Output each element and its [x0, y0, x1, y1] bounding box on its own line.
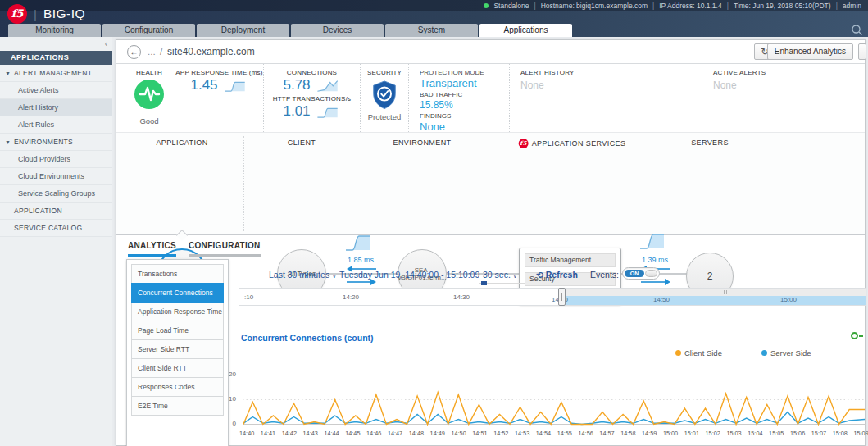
tab-applications[interactable]: Applications: [479, 24, 572, 37]
tab-devices[interactable]: Devices: [291, 24, 384, 37]
chart-plot-area[interactable]: [243, 366, 866, 427]
tab-deployment[interactable]: Deployment: [197, 24, 289, 37]
sidebar-item-alert-rules[interactable]: Alert Rules: [0, 116, 112, 134]
menu-item-transactions[interactable]: Transactions: [131, 264, 224, 284]
toggle-knob[interactable]: [645, 270, 657, 277]
x-tick-label: 14:54: [536, 430, 551, 437]
sidebar-item-service-scaling-groups[interactable]: Service Scaling Groups: [0, 185, 112, 203]
drag-grip-icon[interactable]: [724, 290, 729, 294]
sidebar-item-service-catalog[interactable]: SERVICE CATALOG: [0, 220, 112, 237]
legend-client-side[interactable]: Client Side: [675, 348, 722, 357]
y-tick-label: 10: [221, 395, 236, 403]
health-value: Good: [124, 116, 175, 125]
x-tick-label: 15:04: [748, 430, 762, 437]
status-hostname: Hostname: bigiq1cm.example.com: [541, 2, 648, 10]
legend-label-client: Client Side: [684, 348, 722, 357]
sidebar-item-label: Alert History: [18, 103, 58, 112]
tab-analytics[interactable]: ANALYTICS: [128, 241, 176, 257]
tab-configuration[interactable]: Configuration: [102, 24, 195, 37]
events-toggle[interactable]: ON: [622, 267, 660, 280]
refresh-control[interactable]: ⟲ Refresh: [536, 270, 578, 280]
sidebar-item-cloud-environments[interactable]: Cloud Environments: [0, 168, 112, 185]
menu-item-client-side-rtt[interactable]: Client Side RTT: [131, 358, 224, 378]
tab-configuration[interactable]: CONFIGURATION: [189, 241, 261, 257]
app-response-card: APP RESPONSE TIME (ms) 1.45: [175, 64, 263, 132]
sidebar-item-alert-history[interactable]: Alert History: [0, 99, 112, 116]
breadcrumb-bar: ← ... / site40.example.com ↻ ▾ Enhanced …: [116, 40, 865, 64]
health-card[interactable]: HEALTH Good: [124, 64, 175, 132]
back-button[interactable]: ←: [127, 45, 141, 59]
x-tick-label: 14:43: [303, 430, 318, 437]
sidebar-item-application-deployments[interactable]: APPLICATION DEPLOYMENTS: [0, 203, 112, 220]
timeline-selected-band[interactable]: [565, 296, 866, 305]
divider: |: [836, 2, 838, 10]
sidebar-group-alert-management[interactable]: ▼ ALERT MANAGEMENT: [0, 65, 112, 82]
tab-monitoring[interactable]: Monitoring: [8, 24, 101, 37]
user-menu[interactable]: admin: [843, 2, 861, 10]
breadcrumb-separator: /: [160, 47, 162, 57]
sidebar-collapse-icon[interactable]: ‹: [105, 40, 107, 48]
menu-item-application-response-time[interactable]: Application Response Time: [131, 302, 224, 321]
sidebar-item-label: Active Alerts: [18, 86, 59, 94]
chart-title: Concurrent Connections (count): [241, 333, 374, 343]
x-tick-label: 14:40: [239, 430, 254, 437]
search-icon[interactable]: [851, 24, 863, 36]
interval-slider[interactable]: [479, 283, 525, 284]
security-card[interactable]: SECURITY Protected: [360, 64, 408, 132]
x-tick-label: 14:45: [345, 430, 360, 437]
sidebar-item-label: Cloud Providers: [18, 155, 70, 163]
x-tick-label: 15:09: [853, 430, 868, 437]
health-pulse-icon: [134, 79, 165, 110]
timeline-tick: 14:30: [453, 294, 470, 301]
timeline-selected-range[interactable]: [565, 289, 866, 305]
slider-knob[interactable]: [481, 281, 487, 285]
date-range-label: Tuesday Jun 19, 14:40:00 - 15:10:09: [339, 270, 479, 280]
sidebar-item-active-alerts[interactable]: Active Alerts: [0, 82, 112, 99]
sidebar-group-environments[interactable]: ▼ ENVIRONMENTS: [0, 134, 112, 151]
app-response-label: APP RESPONSE TIME (ms): [175, 69, 263, 76]
x-tick-label: 14:50: [451, 430, 466, 437]
partial-button[interactable]: [858, 43, 866, 60]
timeline-brush[interactable]: :10 14:20 14:30 14:40 14:50 15:00: [239, 288, 866, 306]
tab-system[interactable]: System: [385, 24, 478, 37]
x-tick-label: 14:59: [642, 430, 657, 437]
interval-dropdown[interactable]: 30 sec.∨: [483, 270, 517, 280]
breadcrumb-ellipsis[interactable]: ...: [148, 47, 156, 57]
menu-item-e2e-time[interactable]: E2E Time: [131, 396, 224, 416]
x-axis-labels: 14:4014:4114:4214:4314:4414:4514:4614:47…: [239, 430, 868, 437]
y-tick-label: 0: [221, 420, 236, 427]
bad-traffic-value[interactable]: 15.85%: [420, 99, 509, 111]
x-tick-label: 14:58: [620, 430, 635, 437]
menu-item-responses-codes[interactable]: Responses Codes: [131, 377, 224, 397]
chart-options-icon[interactable]: [851, 332, 863, 339]
security-label: SECURITY: [361, 69, 408, 76]
health-label: HEALTH: [124, 69, 175, 76]
chart-lines-svg: [243, 366, 866, 427]
status-ip: IP Address: 10.1.1.4: [659, 2, 721, 10]
enhanced-analytics-button[interactable]: Enhanced Analytics: [767, 43, 853, 60]
divider: |: [34, 7, 37, 21]
x-tick-label: 14:56: [579, 430, 593, 437]
timeline-brush-handle[interactable]: [558, 288, 566, 306]
x-tick-label: 15:01: [684, 430, 699, 437]
bigiq-application: Standalone | Hostname: bigiq1cm.example.…: [0, 0, 868, 446]
toggle-on-label: ON: [625, 270, 644, 277]
time-range-dropdown[interactable]: Last 30 minutes∨: [269, 270, 336, 280]
sidebar-item-cloud-providers[interactable]: Cloud Providers: [0, 151, 112, 168]
menu-item-concurrent-connections[interactable]: Concurrent Connections: [131, 283, 224, 303]
x-tick-label: 14:48: [409, 430, 424, 437]
sidebar-group-label: ENVIRONMENTS: [14, 138, 73, 146]
legend-server-side[interactable]: Server Side: [761, 348, 811, 357]
header: Standalone | Hostname: bigiq1cm.example.…: [0, 0, 868, 37]
timeline-selected-track[interactable]: [565, 289, 866, 296]
timeline-tick: 14:50: [653, 296, 670, 303]
menu-item-page-load-time[interactable]: Page Load Time: [131, 321, 224, 340]
events-label: Events:: [590, 270, 619, 280]
findings-value[interactable]: None: [420, 121, 509, 133]
x-tick-label: 14:51: [472, 430, 487, 437]
protection-mode-value[interactable]: Transparent: [420, 77, 509, 89]
menu-item-server-side-rtt[interactable]: Server Side RTT: [131, 339, 224, 359]
series-line-client-side: [243, 393, 865, 425]
x-tick-label: 14:53: [515, 430, 529, 437]
x-tick-label: 14:44: [324, 430, 339, 437]
